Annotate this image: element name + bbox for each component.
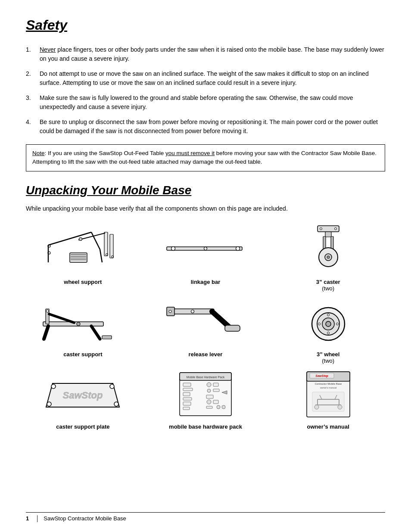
svg-point-76 bbox=[222, 405, 225, 409]
3in-caster-sub: (two) bbox=[322, 285, 334, 292]
caster-support-image bbox=[26, 296, 140, 348]
svg-point-34 bbox=[46, 310, 49, 312]
wheel-support-image bbox=[26, 224, 140, 275]
caster-support-label: caster support bbox=[63, 351, 102, 358]
svg-point-22 bbox=[320, 227, 322, 230]
svg-point-53 bbox=[110, 384, 114, 389]
component-caster-support-plate: SawStop caster support plate bbox=[26, 368, 140, 430]
svg-point-68 bbox=[207, 389, 211, 392]
svg-point-66 bbox=[207, 383, 211, 387]
3in-wheel-image bbox=[271, 296, 385, 348]
owners-manual-label: owner’s manual bbox=[307, 423, 349, 430]
component-caster-support: caster support bbox=[26, 296, 140, 364]
safety-item-1-text: Never place fingers, toes or other body … bbox=[40, 45, 385, 63]
linkage-bar-image bbox=[149, 224, 263, 275]
caster-support-plate-label: caster support plate bbox=[56, 423, 109, 430]
svg-text:owner's manual: owner's manual bbox=[320, 386, 336, 389]
svg-point-48 bbox=[327, 314, 329, 316]
page-number: 1 bbox=[26, 515, 29, 522]
hardware-pack-label: mobile base hardware pack bbox=[169, 423, 242, 430]
never-word: Never bbox=[40, 46, 56, 53]
note-box: Note: If you are using the SawStop Out-F… bbox=[26, 144, 385, 171]
svg-rect-42 bbox=[225, 325, 240, 331]
svg-point-90 bbox=[314, 405, 319, 409]
safety-item-2: 2. Do not attempt to use or move the saw… bbox=[26, 69, 385, 87]
svg-point-91 bbox=[338, 405, 342, 409]
svg-text:SawStop: SawStop bbox=[63, 390, 103, 401]
3in-caster-image bbox=[271, 224, 385, 275]
svg-point-54 bbox=[47, 402, 51, 406]
svg-line-32 bbox=[91, 326, 100, 339]
component-3in-wheel: 3” wheel (two) bbox=[271, 296, 385, 364]
hardware-pack-svg: Mobile Base Hardware Pack bbox=[171, 368, 240, 420]
3in-caster-svg bbox=[307, 224, 350, 275]
footer-divider: │ bbox=[36, 515, 39, 522]
components-grid: wheel support linkage bar bbox=[26, 224, 385, 430]
3in-wheel-label: 3” wheel bbox=[317, 351, 339, 358]
safety-item-4-text: Be sure to unplug or disconnect the saw … bbox=[40, 118, 385, 136]
svg-rect-70 bbox=[206, 395, 213, 398]
svg-point-37 bbox=[77, 322, 80, 326]
svg-point-16 bbox=[79, 237, 82, 240]
svg-rect-60 bbox=[183, 383, 191, 386]
linkage-bar-svg bbox=[162, 224, 249, 275]
svg-rect-67 bbox=[213, 383, 218, 386]
3in-caster-label: 3” caster bbox=[316, 279, 340, 285]
safety-item-3-text: Make sure the saw is fully lowered to th… bbox=[40, 93, 385, 112]
svg-rect-36 bbox=[102, 336, 112, 339]
unpacking-title: Unpacking Your Mobile Base bbox=[26, 184, 385, 197]
list-num: 3. bbox=[26, 93, 40, 112]
safety-item-2-text: Do not attempt to use or move the saw on… bbox=[40, 69, 385, 87]
svg-line-41 bbox=[212, 311, 229, 327]
component-release-lever: release lever bbox=[149, 296, 263, 364]
svg-point-23 bbox=[334, 227, 336, 230]
page-footer: 1 │ SawStop Contractor Mobile Base bbox=[26, 512, 385, 522]
svg-rect-64 bbox=[183, 402, 191, 405]
svg-rect-11 bbox=[104, 232, 108, 256]
safety-list: 1. Never place fingers, toes or other bo… bbox=[26, 45, 385, 136]
caster-support-plate-image: SawStop bbox=[26, 368, 140, 420]
svg-line-31 bbox=[44, 326, 48, 339]
release-lever-svg bbox=[162, 296, 249, 348]
release-lever-image bbox=[149, 296, 263, 348]
3in-wheel-sub: (two) bbox=[322, 358, 334, 364]
3in-wheel-svg bbox=[307, 296, 350, 348]
safety-item-4: 4. Be sure to unplug or disconnect the s… bbox=[26, 118, 385, 136]
owners-manual-image: SawStop Contractor Mobile Base owner's m… bbox=[271, 368, 385, 420]
svg-text:SawStop: SawStop bbox=[315, 374, 328, 378]
footer-text: SawStop Contractor Mobile Base bbox=[44, 515, 126, 522]
svg-rect-65 bbox=[183, 407, 190, 410]
component-hardware-pack: Mobile Base Hardware Pack bbox=[149, 368, 263, 430]
list-num: 4. bbox=[26, 118, 40, 136]
safety-item-1: 1. Never place fingers, toes or other bo… bbox=[26, 45, 385, 63]
svg-rect-61 bbox=[183, 388, 193, 391]
caster-support-plate-svg: SawStop bbox=[40, 368, 126, 420]
svg-point-51 bbox=[336, 323, 338, 325]
svg-line-3 bbox=[100, 249, 102, 262]
svg-point-52 bbox=[51, 384, 56, 389]
release-lever-label: release lever bbox=[189, 351, 223, 358]
hardware-pack-image: Mobile Base Hardware Pack bbox=[149, 368, 263, 420]
owners-manual-svg: SawStop Contractor Mobile Base owner's m… bbox=[300, 368, 356, 420]
svg-rect-24 bbox=[325, 232, 331, 237]
list-num: 1. bbox=[26, 45, 40, 63]
component-linkage-bar: linkage bar bbox=[149, 224, 263, 292]
svg-line-35 bbox=[49, 314, 74, 323]
linkage-bar-label: linkage bar bbox=[191, 279, 221, 285]
svg-rect-72 bbox=[213, 400, 218, 404]
component-owners-manual: SawStop Contractor Mobile Base owner's m… bbox=[271, 368, 385, 430]
unpacking-intro: While unpacking your mobile base verify … bbox=[26, 204, 385, 213]
safety-item-3: 3. Make sure the saw is fully lowered to… bbox=[26, 93, 385, 112]
svg-text:Contractor Mobile Base: Contractor Mobile Base bbox=[314, 383, 342, 385]
svg-point-19 bbox=[236, 246, 240, 250]
wheel-support-label: wheel support bbox=[64, 279, 102, 285]
svg-rect-62 bbox=[183, 392, 190, 396]
caster-support-svg bbox=[40, 296, 126, 348]
svg-point-40 bbox=[169, 310, 171, 313]
note-label: Note: If you are using the SawStop Out-F… bbox=[32, 150, 377, 165]
list-num: 2. bbox=[26, 69, 40, 87]
svg-point-20 bbox=[204, 247, 207, 250]
wheel-support-svg bbox=[40, 224, 126, 275]
svg-point-29 bbox=[327, 256, 330, 258]
safety-title: Safety bbox=[26, 17, 385, 33]
